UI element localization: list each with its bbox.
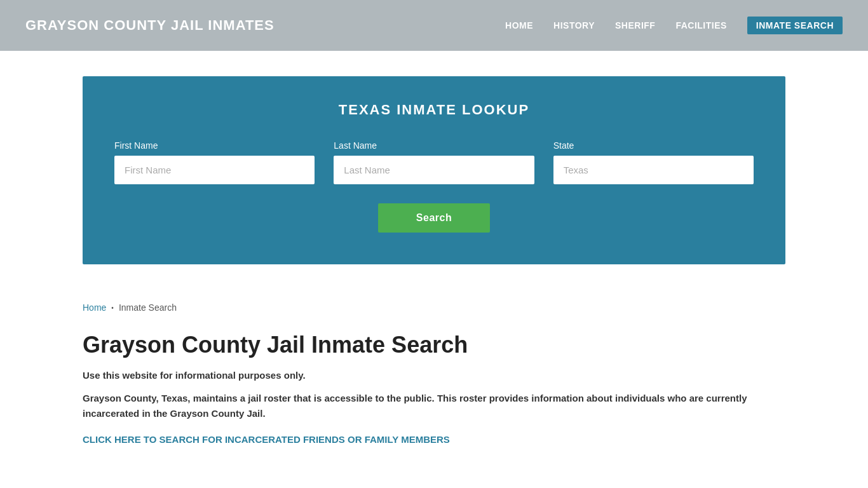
last-name-label: Last Name: [334, 140, 534, 151]
last-name-input[interactable]: [334, 156, 534, 184]
main-nav: HOME HISTORY SHERIFF FACILITIES INMATE S…: [505, 17, 843, 34]
main-content: Grayson County Jail Inmate Search Use th…: [0, 319, 868, 471]
nav-sheriff[interactable]: SHERIFF: [615, 20, 655, 30]
breadcrumb: Home • Inmate Search: [0, 290, 868, 319]
info-body: Grayson County, Texas, maintains a jail …: [83, 391, 785, 421]
search-fields: First Name Last Name State: [114, 140, 754, 184]
state-label: State: [553, 140, 754, 151]
site-header: GRAYSON COUNTY JAIL INMATES HOME HISTORY…: [0, 0, 868, 51]
state-group: State: [553, 140, 754, 184]
breadcrumb-current: Inmate Search: [119, 302, 177, 313]
page-heading: Grayson County Jail Inmate Search: [83, 332, 785, 358]
search-panel-title: TEXAS INMATE LOOKUP: [114, 102, 754, 118]
first-name-group: First Name: [114, 140, 315, 184]
state-input[interactable]: [553, 156, 754, 184]
search-button-row: Search: [114, 203, 754, 233]
nav-history[interactable]: HISTORY: [553, 20, 595, 30]
last-name-group: Last Name: [334, 140, 534, 184]
nav-facilities[interactable]: FACILITIES: [675, 20, 726, 30]
site-title: GRAYSON COUNTY JAIL INMATES: [25, 17, 275, 34]
breadcrumb-separator: •: [111, 304, 114, 311]
breadcrumb-home[interactable]: Home: [83, 302, 106, 313]
first-name-label: First Name: [114, 140, 315, 151]
search-button[interactable]: Search: [378, 203, 490, 233]
info-bold: Use this website for informational purpo…: [83, 370, 785, 381]
nav-home[interactable]: HOME: [505, 20, 533, 30]
search-panel: TEXAS INMATE LOOKUP First Name Last Name…: [83, 76, 785, 264]
first-name-input[interactable]: [114, 156, 315, 184]
click-here-link[interactable]: CLICK HERE to Search for Incarcerated Fr…: [83, 434, 450, 445]
nav-inmate-search[interactable]: INMATE SEARCH: [747, 17, 843, 34]
